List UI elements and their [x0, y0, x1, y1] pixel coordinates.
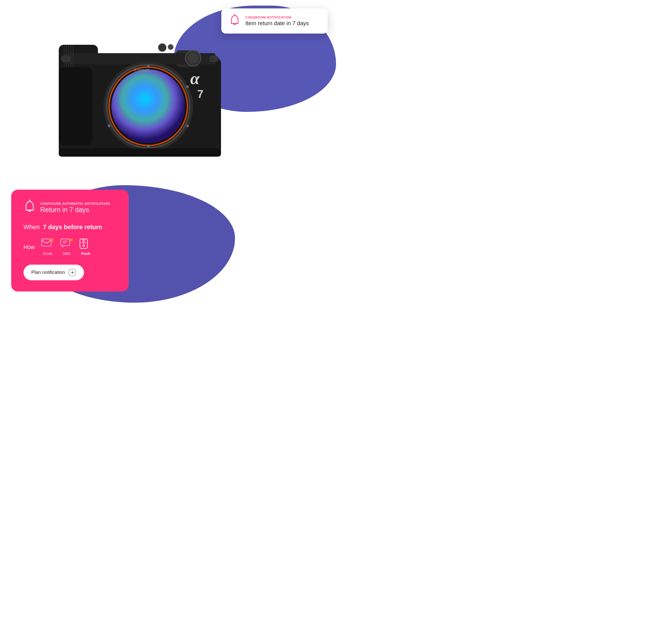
svg-point-8 [111, 69, 185, 143]
channel-email[interactable]: Email [41, 239, 54, 256]
notification-top-label: CHEQROOM NOTIFICATION [245, 16, 309, 19]
config-card: CONFIGURE AUTOMATIC NOTIFICATION Return … [11, 190, 129, 291]
plan-notification-button[interactable]: Plan notification [24, 265, 84, 280]
svg-point-22 [188, 53, 198, 63]
config-title: Return in 7 days [40, 206, 110, 214]
bell-icon-config [24, 200, 36, 216]
svg-text:E-mount: E-mount [134, 68, 149, 72]
notification-top-content: CHEQROOM NOTIFICATION Item return date i… [245, 16, 309, 27]
svg-rect-23 [64, 45, 65, 67]
notification-card-top: CHEQROOM NOTIFICATION Item return date i… [221, 8, 328, 33]
camera-container: E-mount α 7 [42, 17, 238, 173]
config-when-row: When 7 days before return [24, 223, 116, 231]
how-label: How [24, 244, 35, 250]
scene: E-mount α 7 [0, 0, 336, 314]
config-how-row: How Email [24, 239, 116, 256]
svg-rect-28 [59, 148, 221, 156]
svg-text:7: 7 [197, 88, 203, 100]
bell-icon-top [229, 14, 240, 28]
svg-rect-24 [66, 45, 67, 67]
when-value: 7 days before return [43, 223, 102, 231]
plan-btn-arrow-icon [68, 269, 76, 276]
channel-sms-label: SMS [63, 251, 71, 256]
svg-rect-31 [42, 239, 51, 246]
email-dot [51, 239, 54, 241]
svg-rect-19 [210, 56, 218, 62]
svg-point-12 [147, 145, 150, 147]
svg-point-37 [83, 245, 85, 247]
svg-point-17 [158, 44, 166, 51]
svg-rect-36 [82, 240, 85, 241]
config-header-text: CONFIGURE AUTOMATIC NOTIFICATION Return … [40, 202, 110, 214]
when-prefix: When [24, 223, 40, 231]
svg-rect-25 [68, 45, 69, 67]
sms-icon [61, 239, 70, 247]
channel-push-label: Push [81, 251, 90, 256]
config-card-header: CONFIGURE AUTOMATIC NOTIFICATION Return … [24, 200, 116, 216]
config-label: CONFIGURE AUTOMATIC NOTIFICATION [40, 202, 110, 205]
channel-sms[interactable]: SMS [61, 239, 73, 256]
svg-point-11 [186, 124, 189, 127]
config-channels: Email SMS [41, 239, 92, 256]
svg-point-13 [108, 124, 111, 127]
channel-email-label: Email [43, 251, 52, 256]
channel-push-icon-wrap [79, 239, 92, 250]
channel-email-icon-wrap [41, 239, 54, 250]
svg-rect-32 [61, 239, 70, 246]
svg-rect-4 [59, 67, 92, 145]
svg-rect-27 [73, 45, 74, 67]
notification-top-text: Item return date in 7 days [245, 20, 309, 27]
channel-sms-icon-wrap [61, 239, 73, 250]
email-icon [41, 239, 51, 247]
svg-rect-26 [71, 45, 71, 67]
plan-btn-label: Plan notification [31, 270, 65, 275]
push-icon [79, 239, 88, 249]
svg-point-10 [186, 85, 189, 88]
svg-point-18 [168, 44, 173, 50]
svg-text:α: α [190, 69, 200, 88]
channel-push[interactable]: Push [79, 239, 92, 256]
sms-dot [70, 239, 73, 241]
